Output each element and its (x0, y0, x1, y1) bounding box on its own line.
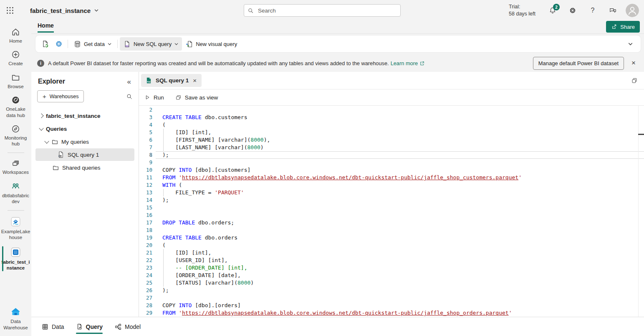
line-number: 28 (139, 302, 156, 309)
token (175, 310, 179, 316)
tree-item-label: fabric_test_instance (46, 113, 101, 119)
code-line-content: [STATUS] [varchar](8000) (156, 279, 644, 287)
code-line-content: ); (156, 196, 644, 204)
tab-sql-query-1[interactable]: SQL SQL query 1 × (141, 74, 202, 87)
tree-item-fabric-test-instance[interactable]: fabric_test_instance (35, 109, 134, 122)
nav-rail-item-item-examplelakehouse[interactable]: ExampleLakehouse (0, 213, 31, 244)
chevron-right-icon[interactable] (39, 113, 43, 118)
nav-rail-label: fabric_test_instance (1, 259, 30, 271)
search-box[interactable] (244, 4, 401, 17)
new-visual-query-button[interactable]: New visual query (182, 37, 240, 51)
nav-rail-item-create[interactable]: Create (0, 47, 31, 69)
code-line-7: 7 [LAST_NAME] [varchar](8000) (139, 144, 644, 151)
line-number: 23 (139, 264, 156, 272)
tab-close-icon[interactable]: × (192, 77, 197, 84)
get-data-button[interactable]: Get data (70, 37, 115, 51)
nav-rail-label: OneLake data hub (1, 106, 30, 118)
share-button[interactable]: Share (606, 21, 640, 33)
nav-rail-label: Workspaces (3, 169, 29, 175)
line-number: 29 (139, 309, 156, 317)
search-icon (247, 8, 254, 14)
main-content: Explorer « + Warehouses fabric_test_inst… (31, 72, 644, 317)
token: ) (250, 280, 254, 286)
save-as-view-button[interactable]: Save as view (175, 94, 218, 101)
settings-gear-button[interactable] (52, 37, 66, 51)
help-button[interactable]: ? (586, 3, 600, 18)
toolbar-divider (117, 40, 118, 48)
code-line-content (156, 227, 644, 234)
info-icon: i (37, 60, 44, 67)
notifications-button[interactable]: 2 (546, 3, 560, 18)
chevron-down-icon[interactable] (44, 139, 49, 143)
warehouses-button[interactable]: + Warehouses (37, 90, 84, 102)
token: 'PARQUET' (215, 189, 244, 196)
tree-item-my-queries[interactable]: My queries (35, 135, 134, 148)
nav-rail-item-browse[interactable]: Browse (0, 70, 31, 92)
token: -- [ORDER_DATE] [int], (162, 265, 247, 271)
nav-rail-item-onelake-data-hub[interactable]: OneLake data hub (0, 92, 31, 121)
code-line-content: DROP TABLE dbo.orders; (156, 219, 644, 227)
token (182, 234, 185, 241)
tree-item-shared-queries[interactable]: Shared queries (35, 161, 134, 174)
token: ( (162, 122, 166, 128)
refresh-dataset-button[interactable] (39, 37, 52, 51)
nav-rail-item-item-fabric-test-instance[interactable]: fabric_test_instance (0, 244, 31, 274)
tree-item-sql-query-1[interactable]: SQLSQL query 1 (35, 148, 134, 161)
line-number: 4 (139, 121, 156, 129)
manage-default-dataset-button[interactable]: Manage default Power BI dataset (533, 57, 624, 70)
lakehouse-icon (10, 216, 21, 227)
query-pane: SQL SQL query 1 × Run (139, 72, 644, 317)
code-line-23: 23 -- [ORDER_DATE] [int], (139, 264, 644, 272)
editor-scrollbar-thumb[interactable] (638, 134, 644, 135)
nav-rail-item-workspaces[interactable]: Workspaces (0, 155, 31, 178)
svg-text:SQL: SQL (125, 45, 129, 47)
new-sql-query-button[interactable]: SQL New SQL query (120, 37, 182, 51)
banner-close-icon[interactable]: × (626, 59, 641, 67)
code-line-27: 27 (139, 294, 644, 302)
line-number: 24 (139, 272, 156, 279)
tab-model[interactable]: Model (114, 317, 141, 336)
tab-home[interactable]: Home (38, 22, 54, 33)
nav-rail-item-monitoring-hub[interactable]: Monitoring hub (0, 121, 31, 150)
nav-rail-item-data-warehouse-switcher[interactable]: Data Warehouse (0, 303, 31, 333)
line-number: 10 (139, 166, 156, 174)
tab-data[interactable]: Data (41, 317, 64, 336)
explorer-tree: fabric_test_instanceQueriesMy queriesSQL… (31, 107, 139, 174)
code-line-12: 12WITH ( (139, 181, 644, 189)
token: INTO (179, 167, 192, 173)
nav-rail-item-home[interactable]: Home (0, 24, 31, 47)
save-view-icon (175, 94, 182, 101)
feedback-button[interactable] (606, 3, 620, 18)
trial-status: Trial: 58 days left (509, 3, 535, 18)
settings-button[interactable] (566, 3, 580, 18)
workspace-switcher[interactable]: fabric_test_instance (30, 7, 99, 14)
tree-item-queries[interactable]: Queries (35, 122, 134, 135)
line-number: 25 (139, 279, 156, 287)
workspaces-icon (11, 158, 20, 168)
collapse-ribbon-button[interactable] (628, 41, 633, 47)
sql-code-editor[interactable]: 23CREATE TABLE dbo.customers4(5 [ID] [in… (139, 106, 644, 317)
line-number: 13 (139, 189, 156, 196)
run-button[interactable]: Run (144, 94, 164, 101)
indent-guide (163, 144, 164, 151)
token: ' (518, 174, 522, 181)
indent-guide (163, 189, 164, 196)
copy-icon[interactable] (631, 77, 638, 84)
waffle-menu-icon[interactable] (0, 0, 20, 20)
svg-text:SQL: SQL (59, 155, 62, 157)
browse-icon (11, 73, 20, 82)
share-icon (611, 23, 618, 30)
learn-more-link[interactable]: Learn more (391, 60, 425, 66)
header-actions: Trial: 58 days left 2 ? (509, 3, 644, 18)
search-input[interactable] (257, 7, 397, 14)
explorer-search-icon[interactable] (126, 93, 133, 100)
nav-rail-label: dbtlabsfabricdev (1, 193, 30, 205)
tab-query[interactable]: Query (76, 317, 103, 336)
ribbon-tab-row: Home Share (31, 21, 644, 34)
chevron-down-icon[interactable] (39, 126, 43, 130)
avatar[interactable] (626, 4, 639, 17)
code-line-content: -- [ORDER_DATE] [int], (156, 264, 644, 272)
collapse-explorer-icon[interactable]: « (127, 78, 131, 85)
line-number: 16 (139, 211, 156, 219)
nav-rail-item-workspace-dbtlabsfabricdev[interactable]: dbtlabsfabricdev (0, 178, 31, 208)
